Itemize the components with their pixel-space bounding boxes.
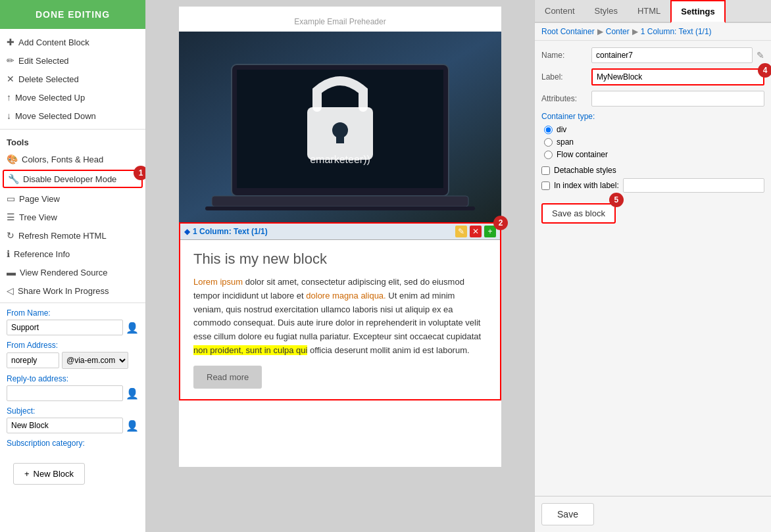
sidebar-item-colors-fonts[interactable]: 🎨 Colors, Fonts & Head xyxy=(0,150,145,168)
save-button[interactable]: Save xyxy=(541,503,594,525)
sidebar-item-view-rendered[interactable]: ▬ View Rendered Source xyxy=(0,263,145,281)
refresh-remote-label: Refresh Remote HTML xyxy=(18,231,107,241)
sidebar-item-disable-dev-mode[interactable]: 🔧 Disable Developer Mode 1 xyxy=(3,170,143,188)
subject-input[interactable] xyxy=(7,418,123,433)
reply-to-row: 👤 xyxy=(7,385,139,401)
panel-footer: Save xyxy=(535,496,771,532)
done-editing-button[interactable]: DONE EDITING xyxy=(0,0,145,29)
tab-html[interactable]: HTML xyxy=(628,0,670,22)
tab-styles[interactable]: Styles xyxy=(585,0,628,22)
reference-info-label: Reference Info xyxy=(14,249,70,259)
page-icon: ▭ xyxy=(7,193,15,204)
share-icon: ◁ xyxy=(7,285,14,296)
save-as-block-container: Save as block 5 xyxy=(541,198,616,224)
para-highlight-1: Lorem ipsum xyxy=(193,277,243,287)
info-icon: ℹ xyxy=(7,249,10,259)
view-rendered-label: View Rendered Source xyxy=(20,268,107,278)
read-more-button[interactable]: Read more xyxy=(193,366,262,389)
sidebar-item-edit-selected[interactable]: ✏ Edit Selected xyxy=(0,51,145,70)
new-block-plus-icon: + xyxy=(24,469,30,479)
sidebar-item-reference-info[interactable]: ℹ Reference Info xyxy=(0,245,145,263)
sidebar-item-refresh-remote[interactable]: ↻ Refresh Remote HTML xyxy=(0,226,145,245)
reply-to-input[interactable] xyxy=(7,385,123,401)
from-address-prefix-input[interactable] xyxy=(7,352,59,368)
from-name-label: From Name: xyxy=(7,308,139,318)
arrow-up-icon: ↑ xyxy=(7,92,11,103)
plus-icon: ✚ xyxy=(7,37,14,47)
sidebar-item-share-wip[interactable]: ◁ Share Work In Progress xyxy=(0,281,145,300)
para-highlight-2: dolore magna aliqua. xyxy=(306,291,386,301)
label-field-input[interactable] xyxy=(591,68,764,85)
from-address-label: From Address: xyxy=(7,341,139,350)
radio-div-label: div xyxy=(557,125,566,134)
tools-heading: Tools xyxy=(0,132,145,150)
label-field-label: Label: xyxy=(541,72,587,82)
disable-dev-mode-label: Disable Developer Mode xyxy=(23,174,116,184)
checkbox-index-row: In index with label: xyxy=(541,178,764,193)
breadcrumb-root[interactable]: Root Container xyxy=(541,27,595,36)
block-edit-button[interactable]: ✎ xyxy=(455,226,467,237)
reply-to-label: Reply-to address: xyxy=(7,374,139,383)
radio-span[interactable] xyxy=(544,138,553,147)
svg-rect-8 xyxy=(212,196,468,206)
attributes-input[interactable] xyxy=(591,91,764,107)
main-canvas-area: Example Email Preheader xyxy=(146,0,534,532)
sidebar: DONE EDITING ✚ Add Content Block ✏ Edit … xyxy=(0,0,146,532)
checkbox-detachable-item[interactable]: Detachable styles xyxy=(541,166,764,175)
share-wip-label: Share Work In Progress xyxy=(18,286,109,296)
svg-text:emarketeer)): emarketeer)) xyxy=(310,154,370,165)
sidebar-form-section: From Name: 👤 From Address: @via-em.com R… xyxy=(0,303,145,455)
new-block-button[interactable]: + New Block xyxy=(13,463,85,485)
tab-settings[interactable]: Settings xyxy=(670,0,725,23)
sidebar-item-move-up[interactable]: ↑ Move Selected Up xyxy=(0,88,145,107)
move-up-label: Move Selected Up xyxy=(15,93,85,103)
sidebar-item-page-view[interactable]: ▭ Page View xyxy=(0,189,145,208)
radio-group: div span Flow container xyxy=(541,125,764,159)
checkbox-index[interactable] xyxy=(541,181,550,190)
sidebar-actions-menu: ✚ Add Content Block ✏ Edit Selected ✕ De… xyxy=(0,29,145,130)
pencil-icon: ✏ xyxy=(7,55,14,66)
name-field-input[interactable] xyxy=(591,47,753,63)
breadcrumb-current[interactable]: 1 Column: Text (1/1) xyxy=(641,27,712,36)
save-as-block-button[interactable]: Save as block xyxy=(541,203,616,224)
checkbox-detachable[interactable] xyxy=(541,166,550,175)
reply-person-icon[interactable]: 👤 xyxy=(126,387,139,400)
radio-flow[interactable] xyxy=(544,151,553,159)
code-icon: ▬ xyxy=(7,267,16,278)
badge-2: 2 xyxy=(493,216,508,230)
person-icon[interactable]: 👤 xyxy=(126,322,139,334)
from-name-input[interactable] xyxy=(7,320,123,335)
radio-span-label: span xyxy=(557,137,574,147)
radio-span-item[interactable]: span xyxy=(544,137,764,147)
refresh-icon: ↻ xyxy=(7,230,14,241)
email-image-block: emarketeer)) xyxy=(179,32,501,222)
radio-div-item[interactable]: div xyxy=(544,125,764,134)
sidebar-item-tree-view[interactable]: ☰ Tree View xyxy=(0,208,145,226)
sidebar-item-add-content-block[interactable]: ✚ Add Content Block xyxy=(0,33,145,51)
index-label-input[interactable] xyxy=(623,178,764,193)
checkbox-index-label: In index with label: xyxy=(554,181,619,190)
name-field-row: Name: ✎ xyxy=(541,47,764,63)
block-delete-button[interactable]: ✕ xyxy=(470,226,482,237)
email-wrapper: Example Email Preheader xyxy=(179,7,501,467)
radio-flow-item[interactable]: Flow container xyxy=(544,150,764,159)
email-canvas[interactable]: Example Email Preheader xyxy=(146,0,534,532)
breadcrumb-middle[interactable]: Conter xyxy=(606,27,630,36)
sidebar-item-move-down[interactable]: ↓ Move Selected Down xyxy=(0,107,145,125)
sidebar-item-delete-selected[interactable]: ✕ Delete Selected xyxy=(0,70,145,88)
radio-div[interactable] xyxy=(544,126,553,134)
from-address-domain-select[interactable]: @via-em.com xyxy=(62,352,128,369)
breadcrumb: Root Container ▶ Conter ▶ 1 Column: Text… xyxy=(535,23,771,41)
add-content-block-label: Add Content Block xyxy=(18,37,89,47)
tab-content[interactable]: Content xyxy=(535,0,585,22)
label-field-row: Label: 4 xyxy=(541,68,764,85)
subscription-label: Subscription category: xyxy=(7,439,139,448)
block-paragraph: Lorem ipsum dolor sit amet, consectetur … xyxy=(193,276,487,358)
wrench-icon: 🔧 xyxy=(8,174,19,184)
right-panel: Content Styles HTML Settings Root Contai… xyxy=(534,0,771,532)
name-edit-icon[interactable]: ✎ xyxy=(757,50,764,60)
subject-person-icon[interactable]: 👤 xyxy=(126,420,139,432)
page-view-label: Page View xyxy=(19,194,60,204)
container-type-section: Container type: div span Flow container … xyxy=(541,112,764,193)
badge-1: 1 xyxy=(134,166,146,180)
